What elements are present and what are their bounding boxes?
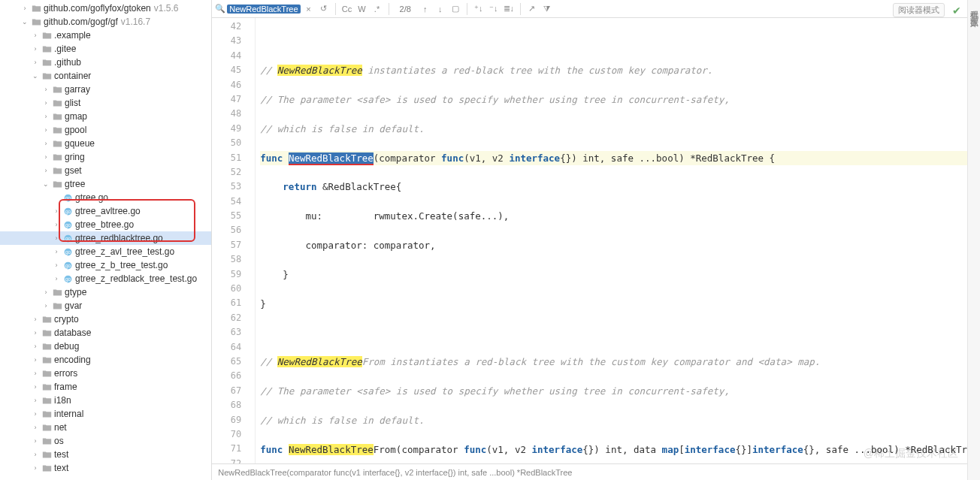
tree-node[interactable]: ⌄container <box>0 69 211 83</box>
chevron-icon[interactable]: › <box>32 448 39 461</box>
chevron-icon[interactable]: › <box>32 380 39 394</box>
code-line: } <box>260 267 967 282</box>
chevron-icon[interactable]: › <box>42 164 50 177</box>
tree-node[interactable]: ›database <box>0 326 211 340</box>
chevron-icon[interactable]: › <box>32 29 39 42</box>
chevron-icon[interactable]: › <box>32 42 39 56</box>
tree-node[interactable]: ›gtype <box>0 285 211 299</box>
gofile-icon: go <box>62 260 73 270</box>
tree-node[interactable]: ›gogtree_redblacktree.go <box>0 231 211 245</box>
chevron-icon[interactable]: › <box>21 2 29 15</box>
tree-node[interactable]: ›net <box>0 421 211 434</box>
regex-toggle[interactable]: .* <box>371 5 384 14</box>
tree-node-label: gtree.go <box>75 191 108 204</box>
chevron-icon[interactable]: › <box>32 434 39 448</box>
tree-node[interactable]: ›.gitee <box>0 42 211 56</box>
tree-node[interactable]: ›gogtree_z_avl_tree_test.go <box>0 245 211 258</box>
prev-match-icon[interactable]: ↑ <box>419 5 432 14</box>
chevron-icon[interactable]: › <box>53 245 60 258</box>
chevron-icon[interactable]: › <box>32 407 39 421</box>
tree-node[interactable]: ›garray <box>0 83 211 96</box>
chevron-icon[interactable]: › <box>53 218 60 231</box>
chevron-icon[interactable]: › <box>32 56 39 69</box>
remove-selection-icon[interactable]: ≣↓ <box>502 4 516 14</box>
chevron-icon[interactable]: › <box>53 231 60 245</box>
tree-node[interactable]: ›github.com/goflyfox/gtokenv1.5.6 <box>0 2 211 15</box>
chevron-icon[interactable]: › <box>32 326 39 340</box>
tree-node[interactable]: ›gpool <box>0 123 211 137</box>
chevron-icon[interactable]: › <box>42 150 50 164</box>
tree-node[interactable]: ⌄github.com/gogf/gfv1.16.7 <box>0 15 211 29</box>
chevron-icon[interactable]: › <box>53 258 60 272</box>
tree-node-label: encoding <box>54 353 91 367</box>
line-number: 49 <box>212 122 241 136</box>
tree-node[interactable]: ›gogtree_z_redblack_tree_test.go <box>0 272 211 285</box>
chevron-icon[interactable]: › <box>32 394 39 407</box>
line-number: 72 <box>212 457 241 463</box>
svg-text:go: go <box>65 222 71 228</box>
tree-node[interactable]: ›.example <box>0 29 211 42</box>
tree-node[interactable]: ›gqueue <box>0 137 211 150</box>
add-selection-icon[interactable]: ⁺↓ <box>472 4 485 14</box>
line-number: 58 <box>212 252 241 267</box>
tree-node[interactable]: ›gvar <box>0 299 211 312</box>
whole-word-toggle[interactable]: W <box>355 5 369 14</box>
tree-node[interactable]: ›gogtree_btree.go <box>0 218 211 231</box>
tree-node-label: github.com/goflyfox/gtoken <box>44 2 151 15</box>
chevron-icon[interactable]: › <box>42 299 50 312</box>
select-all-icon[interactable]: ⁻↓ <box>487 4 501 14</box>
chevron-icon[interactable]: › <box>32 353 39 367</box>
project-tree-sidebar[interactable]: ›github.com/goflyfox/gtokenv1.5.6⌄github… <box>0 0 212 480</box>
match-case-toggle[interactable]: Cc <box>340 5 354 14</box>
chevron-icon[interactable]: ⌄ <box>21 15 29 29</box>
chevron-icon[interactable]: › <box>42 123 50 137</box>
inspection-ok-icon[interactable]: ✔ <box>952 5 961 17</box>
tree-node[interactable]: ›.github <box>0 56 211 69</box>
chevron-icon[interactable]: › <box>32 461 39 475</box>
tree-node[interactable]: ›gring <box>0 150 211 164</box>
chevron-icon[interactable]: › <box>32 421 39 434</box>
chevron-icon[interactable]: › <box>42 110 50 123</box>
tree-node[interactable]: ›frame <box>0 380 211 394</box>
chevron-icon[interactable]: › <box>32 367 39 380</box>
chevron-icon[interactable]: › <box>42 83 50 96</box>
reader-mode-badge[interactable]: 阅读器模式 <box>893 3 945 17</box>
search-query[interactable]: NewRedBlackTree <box>227 5 300 14</box>
open-in-window-icon[interactable]: ▢ <box>449 4 462 14</box>
tree-node[interactable]: ›encoding <box>0 353 211 367</box>
tree-node[interactable]: ›internal <box>0 407 211 421</box>
tree-node[interactable]: ›crypto <box>0 312 211 326</box>
tree-node[interactable]: ›gogtree_z_b_tree_test.go <box>0 258 211 272</box>
breadcrumb[interactable]: NewRedBlackTree(comparator func(v1 inter… <box>212 463 967 480</box>
export-icon[interactable]: ↗ <box>525 4 539 14</box>
code-editor[interactable]: // NewRedBlackTree instantiates a red-bl… <box>256 18 967 463</box>
chevron-icon[interactable]: › <box>42 137 50 150</box>
chevron-icon[interactable]: ⌄ <box>32 69 39 83</box>
clear-search-icon[interactable]: × <box>302 5 316 14</box>
tree-node[interactable]: ›debug <box>0 340 211 353</box>
line-number: 60 <box>212 282 241 296</box>
chevron-icon[interactable]: › <box>53 204 60 218</box>
chevron-icon[interactable]: › <box>32 312 39 326</box>
tree-node[interactable]: ›i18n <box>0 394 211 407</box>
folder-icon <box>52 152 62 162</box>
tree-node[interactable]: ›text <box>0 461 211 475</box>
chevron-icon[interactable]: › <box>42 96 50 110</box>
chevron-icon[interactable]: › <box>53 272 60 285</box>
code-line: comparator: comparator, <box>260 238 967 252</box>
chevron-icon[interactable]: › <box>32 340 39 353</box>
tree-node[interactable]: ›gogtree_avltree.go <box>0 204 211 218</box>
tree-node[interactable]: ›gset <box>0 164 211 177</box>
chevron-icon[interactable]: › <box>42 285 50 299</box>
tree-node[interactable]: gogtree.go <box>0 191 211 204</box>
filter-icon[interactable]: ⧩ <box>540 4 554 14</box>
tree-node[interactable]: ›errors <box>0 367 211 380</box>
history-icon[interactable]: ↺ <box>317 4 331 14</box>
tree-node[interactable]: ›glist <box>0 96 211 110</box>
tree-node[interactable]: ›os <box>0 434 211 448</box>
tree-node[interactable]: ⌄gtree <box>0 177 211 191</box>
tree-node[interactable]: ›gmap <box>0 110 211 123</box>
chevron-icon[interactable]: ⌄ <box>42 177 50 191</box>
next-match-icon[interactable]: ↓ <box>434 5 447 14</box>
tree-node[interactable]: ›test <box>0 448 211 461</box>
